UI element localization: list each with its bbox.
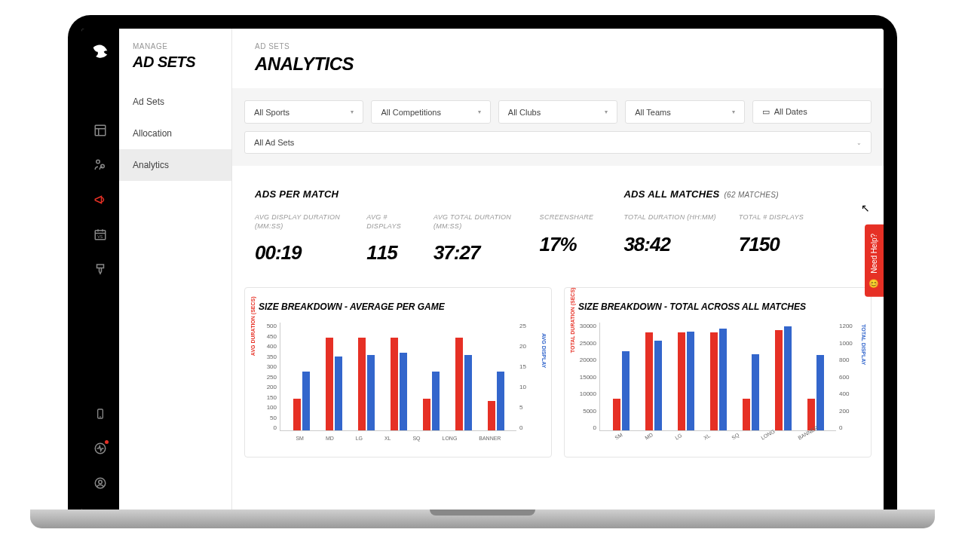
chart-title: SIZE BREAKDOWN - TOTAL ACROSS ALL MATCHE… bbox=[578, 301, 857, 312]
filter-competitions[interactable]: All Competitions▾ bbox=[371, 100, 490, 124]
filter-clubs[interactable]: All Clubs▾ bbox=[498, 100, 617, 124]
breadcrumb: AD SETS bbox=[232, 29, 884, 50]
metric: TOTAL DURATION (HH:MM)38:42 bbox=[623, 213, 715, 256]
stats-all-matches: ADS ALL MATCHES(62 MATCHES) TOTAL DURATI… bbox=[623, 188, 861, 265]
device-icon[interactable] bbox=[93, 407, 107, 421]
metric-value: 00:19 bbox=[255, 241, 344, 265]
megaphone-icon[interactable] bbox=[93, 193, 107, 207]
svg-rect-0 bbox=[95, 125, 106, 136]
manage-label: MANAGE bbox=[119, 42, 231, 50]
page-title: ANALYTICS bbox=[232, 50, 884, 88]
metric-value: 38:42 bbox=[623, 233, 715, 256]
filter-sports[interactable]: All Sports▾ bbox=[244, 100, 363, 124]
metric: TOTAL # DISPLAYS7150 bbox=[739, 213, 804, 256]
metric-label: AVG # DISPLAYS bbox=[366, 213, 411, 231]
svg-text:VS: VS bbox=[97, 234, 103, 239]
filter-bar: All Sports▾ All Competitions▾ All Clubs▾… bbox=[232, 88, 884, 166]
sidebar-item-allocation[interactable]: Allocation bbox=[119, 118, 231, 149]
chevron-down-icon: ▾ bbox=[605, 109, 608, 115]
user-icon[interactable] bbox=[93, 476, 107, 490]
help-button[interactable]: 😊Need Help? bbox=[865, 225, 884, 297]
chart-title: SIZE BREAKDOWN - AVERAGE PER GAME bbox=[259, 301, 538, 312]
filter-teams[interactable]: All Teams▾ bbox=[625, 100, 744, 124]
metric: AVG DISPLAY DURATION (MM:SS)00:19 bbox=[255, 213, 344, 265]
chevron-down-icon: ▾ bbox=[478, 109, 481, 115]
section-title: AD SETS bbox=[119, 50, 231, 86]
metric-value: 37:27 bbox=[433, 241, 517, 265]
calendar-icon: ▭ bbox=[762, 107, 770, 116]
calendar-icon[interactable]: VS bbox=[93, 228, 107, 241]
svg-point-14 bbox=[99, 480, 103, 484]
chevron-down-icon: ⌄ bbox=[856, 139, 862, 146]
metric-label: TOTAL DURATION (HH:MM) bbox=[623, 213, 715, 222]
metric-label: AVG TOTAL DURATION (MM:SS) bbox=[433, 213, 517, 231]
sidebar-item-adsets[interactable]: Ad Sets bbox=[119, 86, 231, 118]
metric: AVG # DISPLAYS115 bbox=[366, 213, 411, 265]
chart-avg-per-game: SIZE BREAKDOWN - AVERAGE PER GAME AVG DU… bbox=[244, 287, 552, 457]
metric-label: AVG DISPLAY DURATION (MM:SS) bbox=[255, 213, 344, 231]
chevron-down-icon: ▾ bbox=[732, 109, 735, 115]
metric: AVG TOTAL DURATION (MM:SS)37:27 bbox=[433, 213, 517, 265]
sub-sidebar: MANAGE AD SETS Ad Sets Allocation Analyt… bbox=[119, 29, 232, 511]
filter-adsets[interactable]: All Ad Sets⌄ bbox=[244, 131, 872, 154]
metric-label: SCREENSHARE bbox=[540, 213, 594, 222]
nav-rail: VS bbox=[81, 29, 119, 511]
svg-point-3 bbox=[96, 160, 100, 164]
emoji-icon: 😊 bbox=[869, 278, 879, 288]
metric-label: TOTAL # DISPLAYS bbox=[739, 213, 804, 222]
activity-icon[interactable] bbox=[93, 442, 107, 455]
logo-icon bbox=[90, 42, 111, 63]
metric: SCREENSHARE17% bbox=[540, 213, 594, 265]
charts-row: SIZE BREAKDOWN - AVERAGE PER GAME AVG DU… bbox=[232, 287, 884, 470]
filter-dates[interactable]: ▭All Dates bbox=[752, 100, 872, 124]
stats-title: ADS PER MATCH bbox=[255, 188, 593, 200]
chevron-down-icon: ▾ bbox=[351, 109, 354, 115]
stats-per-match: ADS PER MATCH AVG DISPLAY DURATION (MM:S… bbox=[255, 188, 593, 265]
metric-value: 7150 bbox=[739, 233, 804, 256]
brush-icon[interactable] bbox=[93, 262, 107, 276]
stats-title: ADS ALL MATCHES(62 MATCHES) bbox=[623, 188, 861, 200]
dashboard-icon[interactable] bbox=[93, 124, 107, 137]
people-icon[interactable] bbox=[93, 158, 107, 172]
metric-value: 115 bbox=[366, 241, 411, 265]
sidebar-item-analytics[interactable]: Analytics bbox=[119, 149, 231, 181]
chart-total-all-matches: SIZE BREAKDOWN - TOTAL ACROSS ALL MATCHE… bbox=[564, 287, 872, 457]
main-content: AD SETS ANALYTICS All Sports▾ All Compet… bbox=[232, 29, 884, 511]
stats-row: ADS PER MATCH AVG DISPLAY DURATION (MM:S… bbox=[232, 166, 884, 287]
metric-value: 17% bbox=[540, 233, 594, 256]
